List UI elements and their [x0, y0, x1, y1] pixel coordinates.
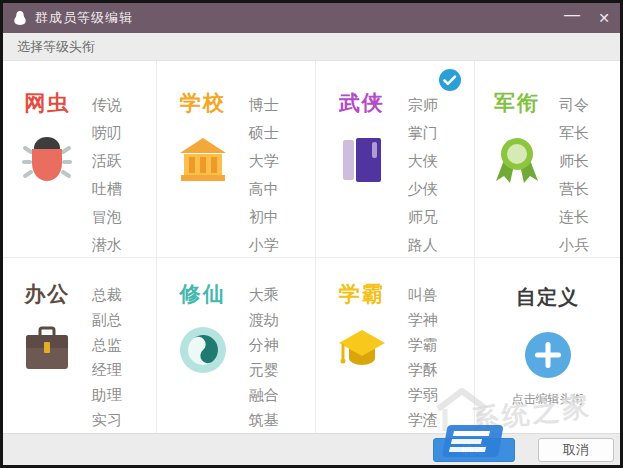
qq-penguin-icon — [12, 10, 28, 26]
category-card-school[interactable]: 学校 博士 硕士 大学 高中 初中 小学 — [157, 61, 316, 258]
level-item: 实习 — [92, 407, 156, 432]
level-item: 小学 — [249, 231, 315, 259]
level-list: 宗师 掌门 大侠 少侠 师兄 路人 — [408, 89, 474, 257]
card-left: 学霸 — [316, 280, 408, 433]
level-item: 唠叨 — [92, 119, 156, 147]
category-title: 办公 — [24, 280, 70, 308]
level-item: 少侠 — [408, 175, 474, 203]
category-title: 修仙 — [180, 280, 226, 308]
close-button[interactable]: ✕ — [588, 3, 620, 33]
level-item: 筑基 — [249, 407, 315, 432]
subtitle-bar: 选择等级头衔 — [3, 33, 620, 61]
category-card-custom[interactable]: 自定义 点击编辑头衔 — [475, 258, 620, 433]
category-title: 学霸 — [339, 280, 385, 308]
category-card-martial-arts[interactable]: 武侠 宗师 掌门 大侠 少侠 师兄 路人 — [316, 61, 475, 258]
selected-check-icon — [438, 68, 462, 92]
level-item: 博士 — [249, 91, 315, 119]
level-item: 师长 — [559, 147, 620, 175]
card-left: 网虫 — [3, 89, 92, 257]
confirm-button[interactable]: 确定 — [433, 438, 515, 462]
level-item: 学霸 — [408, 332, 474, 357]
subtitle-label: 选择等级头衔 — [17, 39, 95, 54]
category-card-military-rank[interactable]: 军衔 司令 军长 师长 营长 连长 小兵 — [475, 61, 620, 258]
category-card-study-master[interactable]: 学霸 叫兽 学神 学霸 学酥 学弱 学渣 — [316, 258, 475, 433]
card-left: 武侠 — [316, 89, 408, 257]
briefcase-icon — [21, 324, 73, 376]
level-item: 宗师 — [408, 91, 474, 119]
card-left: 修仙 — [157, 280, 249, 433]
level-item: 潜水 — [92, 231, 156, 259]
level-item: 路人 — [408, 231, 474, 259]
level-item: 学神 — [408, 307, 474, 332]
category-title: 自定义 — [516, 284, 579, 311]
graduation-cap-icon — [336, 324, 388, 376]
level-item: 营长 — [559, 175, 620, 203]
level-list: 总裁 副总 总监 经理 助理 实习 — [92, 280, 156, 433]
window-title: 群成员等级编辑 — [35, 9, 133, 27]
level-item: 融合 — [249, 382, 315, 407]
level-item: 大侠 — [408, 147, 474, 175]
category-title: 武侠 — [339, 89, 385, 117]
level-item: 副总 — [92, 307, 156, 332]
cancel-button[interactable]: 取消 — [538, 438, 614, 462]
level-item: 元婴 — [249, 357, 315, 382]
level-item: 总裁 — [92, 282, 156, 307]
level-item: 大乘 — [249, 282, 315, 307]
footer-bar: 确定 取消 — [3, 433, 620, 465]
level-item: 硕士 — [249, 119, 315, 147]
level-item: 渡劫 — [249, 307, 315, 332]
level-item: 经理 — [92, 357, 156, 382]
medal-icon — [491, 133, 543, 185]
level-list: 博士 硕士 大学 高中 初中 小学 — [249, 89, 315, 257]
category-title: 学校 — [180, 89, 226, 117]
yinyang-icon — [177, 324, 229, 376]
category-title: 网虫 — [24, 89, 70, 117]
school-building-icon — [177, 133, 229, 185]
level-item: 连长 — [559, 203, 620, 231]
level-item: 司令 — [559, 91, 620, 119]
level-item: 传说 — [92, 91, 156, 119]
level-list: 叫兽 学神 学霸 学酥 学弱 学渣 — [408, 280, 474, 433]
custom-caption: 点击编辑头衔 — [512, 391, 584, 408]
level-item: 学渣 — [408, 407, 474, 432]
level-item: 助理 — [92, 382, 156, 407]
level-item: 初中 — [249, 203, 315, 231]
category-card-cultivation[interactable]: 修仙 大乘 渡劫 分神 元婴 融合 筑基 — [157, 258, 316, 433]
plus-icon[interactable] — [524, 331, 572, 379]
bug-icon — [21, 133, 73, 185]
level-item: 吐槽 — [92, 175, 156, 203]
level-list: 司令 军长 师长 营长 连长 小兵 — [559, 89, 620, 257]
level-item: 小兵 — [559, 231, 620, 259]
level-item: 叫兽 — [408, 282, 474, 307]
level-item: 活跃 — [92, 147, 156, 175]
level-item: 冒泡 — [92, 203, 156, 231]
card-left: 办公 — [3, 280, 92, 433]
titlebar: 群成员等级编辑 — ✕ — [3, 3, 620, 33]
level-item: 大学 — [249, 147, 315, 175]
card-left: 军衔 — [475, 89, 559, 257]
book-icon — [336, 133, 388, 185]
category-grid: 网虫 传说 唠叨 活跃 吐槽 冒泡 潜水 — [3, 61, 620, 433]
level-item: 掌门 — [408, 119, 474, 147]
card-left: 学校 — [157, 89, 249, 257]
level-item: 分神 — [249, 332, 315, 357]
level-list: 传说 唠叨 活跃 吐槽 冒泡 潜水 — [92, 89, 156, 257]
category-card-office[interactable]: 办公 总裁 副总 总监 经理 助理 实习 — [3, 258, 157, 433]
category-card-net-bug[interactable]: 网虫 传说 唠叨 活跃 吐槽 冒泡 潜水 — [3, 61, 157, 258]
level-item: 高中 — [249, 175, 315, 203]
level-item: 学弱 — [408, 382, 474, 407]
level-item: 军长 — [559, 119, 620, 147]
minimize-button[interactable]: — — [556, 3, 588, 33]
level-list: 大乘 渡劫 分神 元婴 融合 筑基 — [249, 280, 315, 433]
group-level-editor-dialog: 群成员等级编辑 — ✕ 选择等级头衔 网虫 传说 — [0, 0, 623, 468]
level-item: 学酥 — [408, 357, 474, 382]
level-item: 师兄 — [408, 203, 474, 231]
category-title: 军衔 — [494, 89, 540, 117]
level-item: 总监 — [92, 332, 156, 357]
